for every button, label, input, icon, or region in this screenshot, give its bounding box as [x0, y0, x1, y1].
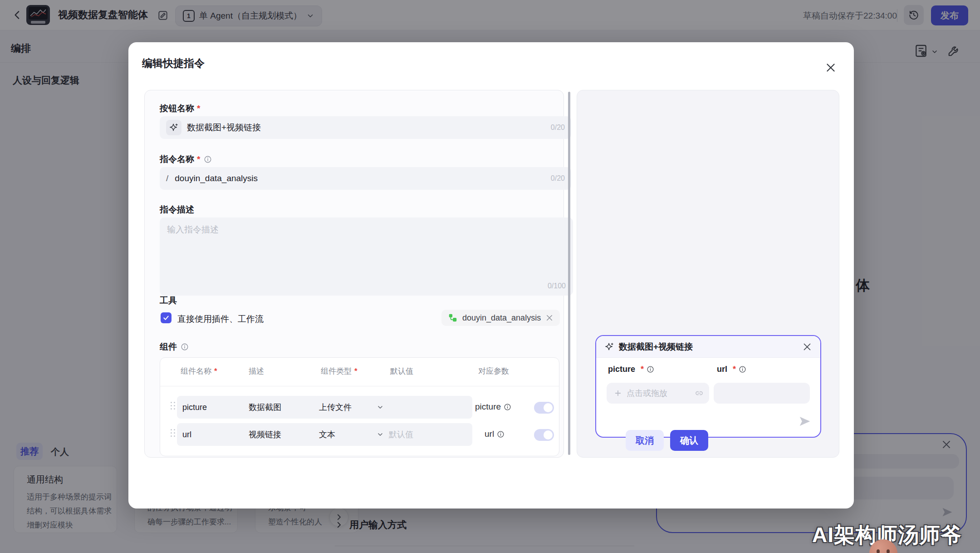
confirm-button[interactable]: 确认	[670, 430, 708, 451]
button-name-label: 按钮名称*	[160, 103, 200, 114]
component-name-input[interactable]: url	[177, 423, 249, 446]
drag-handle[interactable]	[171, 429, 175, 440]
button-name-counter: 0/20	[551, 123, 565, 132]
component-desc-input[interactable]: 数据截图	[243, 396, 319, 419]
info-icon[interactable]	[739, 365, 746, 373]
close-icon[interactable]	[802, 342, 812, 352]
info-icon[interactable]	[647, 365, 654, 373]
info-icon[interactable]	[497, 430, 505, 438]
info-icon[interactable]	[204, 155, 212, 163]
link-icon	[695, 389, 704, 398]
components-label: 组件	[160, 341, 189, 353]
send-icon[interactable]	[798, 415, 812, 430]
chevron-down-icon	[377, 431, 384, 438]
param-toggle[interactable]	[534, 402, 554, 414]
workflow-tag-label: douyin_data_analysis	[462, 313, 541, 323]
command-name-counter: 0/20	[551, 174, 565, 183]
button-name-value: 数据截图+视频链接	[187, 122, 545, 133]
close-icon[interactable]	[825, 62, 837, 74]
modal-title: 编辑快捷指令	[142, 56, 205, 70]
sparkle-icon	[604, 342, 614, 352]
cancel-button[interactable]: 取消	[626, 430, 664, 451]
table-header-divider	[160, 386, 559, 386]
info-icon[interactable]	[504, 403, 511, 411]
slash-prefix: /	[166, 173, 168, 183]
shortcut-preview-panel: 数据截图+视频链接 picture* url* 点击或拖放	[577, 90, 839, 458]
col-header-param: 对应参数	[478, 366, 509, 376]
upload-dropzone[interactable]: 点击或拖放	[607, 383, 699, 404]
shortcut-preview-card: 数据截图+视频链接 picture* url* 点击或拖放	[595, 335, 821, 438]
link-attach-button[interactable]	[689, 383, 709, 404]
drag-handle[interactable]	[171, 402, 175, 413]
preview-card-header: 数据截图+视频链接	[596, 336, 820, 358]
tools-label: 工具	[160, 295, 177, 306]
command-name-value: douyin_data_analysis	[175, 173, 544, 183]
form-scrollbar[interactable]	[568, 92, 570, 455]
button-name-input[interactable]: 数据截图+视频链接 0/20	[160, 116, 571, 139]
param-toggle[interactable]	[534, 429, 554, 441]
check-icon	[162, 314, 170, 321]
preview-card-title: 数据截图+视频链接	[619, 341, 798, 353]
component-default-input[interactable]	[383, 396, 472, 419]
use-plugin-checkbox[interactable]	[161, 312, 172, 323]
preview-picture-label: picture*	[608, 365, 654, 374]
component-desc-input[interactable]: 视频链接	[243, 423, 319, 446]
col-header-type: 组件类型*	[321, 366, 358, 376]
workflow-icon	[448, 313, 458, 323]
command-name-input[interactable]: / douyin_data_analysis 0/20	[160, 167, 571, 190]
command-desc-counter: 0/100	[548, 282, 566, 290]
remove-tag-icon[interactable]	[545, 314, 554, 322]
col-header-name: 组件名称*	[181, 366, 217, 376]
url-input[interactable]	[714, 383, 810, 404]
component-default-input[interactable]: 默认值	[383, 423, 472, 446]
plus-icon	[614, 389, 622, 397]
sparkle-icon[interactable]	[166, 120, 181, 135]
component-name-input[interactable]: picture	[177, 396, 249, 419]
col-header-default: 默认值	[390, 366, 413, 376]
upload-label: 点击或拖放	[627, 388, 667, 399]
components-table: 组件名称* 描述 组件类型* 默认值 对应参数 picture 数据截图 上传文…	[160, 357, 559, 456]
component-type-select[interactable]: 上传文件	[314, 396, 389, 419]
col-header-desc: 描述	[249, 366, 264, 376]
shortcut-form-panel: 按钮名称* 数据截图+视频链接 0/20 指令名称* / douyin_data…	[144, 90, 564, 458]
use-plugin-label: 直接使用插件、工作流	[177, 313, 264, 325]
command-desc-label: 指令描述	[160, 204, 194, 216]
app-window: 视频数据复盘智能体 1 单 Agent（自主规划模式） 草稿自动保存于22:34…	[0, 0, 980, 553]
info-icon[interactable]	[181, 343, 189, 351]
param-mapping-label: picture	[475, 402, 511, 412]
command-desc-textarea[interactable]: 输入指令描述 0/100	[160, 217, 573, 296]
preview-url-label: url*	[717, 365, 746, 374]
command-name-label: 指令名称*	[160, 153, 212, 165]
component-type-select[interactable]: 文本	[314, 423, 389, 446]
workflow-tag[interactable]: douyin_data_analysis	[441, 310, 560, 326]
command-desc-placeholder: 输入指令描述	[167, 224, 219, 236]
chevron-down-icon	[377, 404, 384, 411]
param-mapping-label: url	[485, 429, 505, 439]
